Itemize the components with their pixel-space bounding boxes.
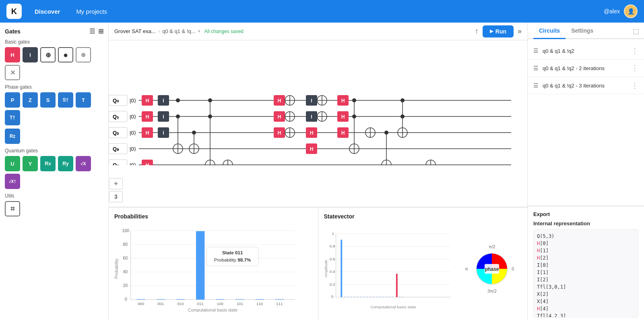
gate-measure[interactable]: ⌗ — [5, 201, 20, 216]
gate-t-dag[interactable]: T† — [5, 110, 20, 125]
gate-z[interactable]: Z — [23, 92, 38, 108]
gates-panel: Gates ☰ ⊞ Basic gates H I ⊕ ● ⊕ ✕ Phase … — [0, 23, 109, 320]
svg-rect-165 — [396, 274, 397, 297]
gate-s[interactable]: S — [40, 92, 56, 108]
svg-rect-141 — [255, 299, 264, 299]
svg-point-32 — [176, 98, 180, 102]
phase-diagram: π/2 π — [462, 223, 522, 314]
svg-text:1: 1 — [332, 231, 334, 236]
circuit-canvas[interactable]: Q₀ Q₁ Q₂ Q₃ Q₄ |0⟩ |0⟩ |0⟩ |0⟩ |0⟩ — [109, 40, 527, 207]
svg-text:H: H — [146, 162, 149, 165]
gate-rz[interactable]: Rz — [5, 129, 20, 144]
gate-rx[interactable]: Rx — [40, 156, 56, 171]
svg-text:I: I — [311, 98, 312, 104]
svg-rect-139 — [235, 299, 244, 299]
breadcrumb-project[interactable]: Grover SAT exa... — [114, 28, 156, 34]
svg-rect-143 — [275, 299, 284, 299]
gate-ry[interactable]: Ry — [58, 156, 73, 171]
gate-i[interactable]: I — [23, 47, 38, 62]
svg-text:H: H — [278, 130, 281, 136]
export-section: Export Internal representation Q(5,3) H[… — [528, 206, 644, 320]
svg-text:|0⟩: |0⟩ — [130, 130, 136, 136]
circuit-name-2: q0 & q1 & !q2 - 3 iterations — [543, 83, 627, 89]
svg-text:80: 80 — [123, 242, 128, 247]
nav-my-projects[interactable]: My projects — [73, 6, 110, 17]
center-area: Grover SAT exa... › q0 & q1 & !q... ▾ Al… — [109, 23, 527, 320]
list-view-icon[interactable]: ☰ — [89, 27, 95, 35]
svg-text:111: 111 — [276, 301, 283, 306]
circuit-toolbar: Grover SAT exa... › q0 & q1 & !q... ▾ Al… — [109, 23, 527, 40]
svg-rect-183 — [402, 296, 403, 297]
svg-text:H: H — [146, 98, 149, 104]
add-qubit-button[interactable]: + — [109, 178, 123, 189]
grid-view-icon[interactable]: ⊞ — [98, 27, 103, 35]
share-icon[interactable]: ↑ — [475, 27, 479, 35]
svg-text:H: H — [341, 98, 345, 104]
circuit-menu-1[interactable]: ⋮ — [631, 64, 638, 73]
gate-sqx-dag[interactable]: √X† — [5, 174, 20, 189]
code-block[interactable]: Q(5,3) H[0] H[1] H[2] I[0] I[1] I[2] Tfl… — [533, 229, 638, 318]
svg-text:|0⟩: |0⟩ — [130, 146, 136, 152]
avatar: 👤 — [624, 4, 638, 18]
nav-discover[interactable]: Discover — [31, 6, 63, 17]
breadcrumb-sub[interactable]: q0 & q1 & !q... — [162, 28, 195, 34]
probabilities-title: Probabilities — [114, 213, 312, 220]
gate-p[interactable]: P — [5, 92, 20, 108]
svg-text:0.6: 0.6 — [329, 257, 335, 261]
svg-text:I: I — [163, 130, 164, 136]
username: @alex — [604, 8, 620, 15]
iteration-counter[interactable]: 3 — [109, 191, 123, 202]
circuit-menu-0[interactable]: ⋮ — [631, 46, 638, 55]
circuit-item-1[interactable]: ☰ q0 & q1 & !q2 - 2 iterations ⋮ — [528, 60, 644, 77]
svg-rect-177 — [379, 296, 380, 297]
svg-text:Q₀: Q₀ — [113, 98, 119, 104]
svg-rect-182 — [399, 296, 400, 297]
circuit-item-2[interactable]: ☰ q0 & q1 & !q2 - 3 iterations ⋮ — [528, 77, 644, 94]
svg-text:0: 0 — [331, 294, 333, 299]
circuit-menu-2[interactable]: ⋮ — [631, 81, 638, 90]
right-tabs: Circuits Settings ⬚ — [528, 23, 644, 39]
probabilities-chart: 100 80 60 40 20 0 Probability — [114, 223, 312, 314]
breadcrumb-dropdown-icon[interactable]: ▾ — [198, 29, 200, 34]
svg-rect-164 — [341, 240, 342, 297]
svg-text:100: 100 — [217, 301, 223, 306]
more-icon[interactable]: » — [518, 27, 522, 35]
tab-circuits[interactable]: Circuits — [533, 23, 566, 39]
svg-text:20: 20 — [123, 283, 128, 288]
phase-gates-row2: Rz — [5, 129, 103, 144]
circuit-doc-icon-2: ☰ — [533, 82, 539, 89]
svg-text:H: H — [341, 114, 345, 120]
gate-cx[interactable]: ⊕ — [40, 47, 56, 62]
gate-sqx[interactable]: √X — [76, 156, 91, 171]
svg-rect-137 — [216, 299, 224, 299]
tab-settings[interactable]: Settings — [566, 23, 599, 39]
panel-export-icon[interactable]: ⬚ — [633, 27, 639, 35]
svg-rect-176 — [376, 296, 377, 297]
circuit-svg-container: Q₀ Q₁ Q₂ Q₃ Q₄ |0⟩ |0⟩ |0⟩ |0⟩ |0⟩ — [109, 40, 527, 171]
gate-y[interactable]: Y — [23, 156, 38, 171]
gate-u[interactable]: U — [5, 156, 20, 171]
phase-gates-row: P Z S S† T T† — [5, 92, 103, 125]
gate-s-dag[interactable]: S† — [58, 92, 73, 108]
svg-text:Computational basis state: Computational basis state — [188, 308, 237, 312]
svg-text:Q₄: Q₄ — [113, 162, 119, 165]
circuit-doc-icon-1: ☰ — [533, 65, 539, 71]
phase-gates-label: Phase gates — [5, 84, 103, 90]
svg-text:H: H — [278, 114, 281, 120]
breadcrumb: Grover SAT exa... › q0 & q1 & !q... ▾ — [114, 28, 200, 34]
gates-title: Gates ☰ ⊞ — [5, 27, 103, 35]
svg-rect-174 — [370, 296, 371, 297]
gate-t[interactable]: T — [76, 92, 91, 108]
circuit-item-0[interactable]: ☰ q0 & q1 & !q2 ⋮ — [528, 42, 644, 60]
svg-text:Amplitude: Amplitude — [324, 260, 328, 277]
svg-rect-171 — [360, 296, 361, 297]
svg-rect-178 — [382, 296, 383, 297]
gate-x[interactable]: ✕ — [5, 65, 20, 80]
gate-h[interactable]: H — [5, 47, 20, 62]
gate-swap[interactable]: ⊕ — [76, 47, 91, 62]
svg-rect-173 — [367, 296, 367, 297]
svg-text:H: H — [310, 130, 314, 136]
gate-ctrl[interactable]: ● — [58, 47, 73, 62]
run-button[interactable]: Run — [483, 25, 514, 37]
svg-text:Computational basis state: Computational basis state — [370, 305, 416, 309]
